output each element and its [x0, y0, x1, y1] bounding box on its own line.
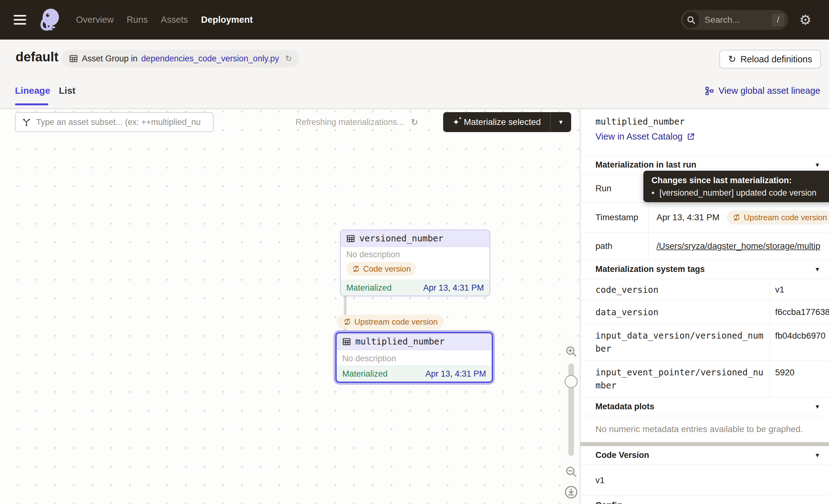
primary-nav: Overview Runs Assets Deployment [76, 15, 253, 25]
asset-node-header: multiplied_number [337, 333, 492, 350]
chevron-down-icon[interactable]: ▼ [814, 403, 820, 410]
code-version-changed-icon [352, 265, 360, 273]
code-version-value: v1 [580, 465, 829, 496]
asset-node-name: multiplied_number [355, 336, 445, 347]
path-link[interactable]: /Users/sryza/dagster_home/storage/multip [656, 241, 820, 251]
row-value: 5920 [775, 361, 794, 397]
panel-splitter[interactable] [580, 442, 829, 446]
materialized-status: Materialized [346, 283, 392, 293]
row-key: path [596, 233, 613, 259]
asset-node-footer: Materialized Apr 13, 4:31 PM [341, 280, 490, 296]
download-view-icon[interactable] [564, 485, 578, 499]
chevron-down-icon[interactable]: ▼ [814, 162, 820, 169]
nav-item-deployment[interactable]: Deployment [201, 15, 253, 25]
chevron-down-icon[interactable]: ▼ [814, 452, 820, 459]
asset-group-label: Asset Group in [82, 54, 138, 64]
row-key: code_version [596, 279, 658, 300]
changes-tooltip: Changes since last materialization: • [v… [643, 171, 829, 202]
asset-detail-sidebar: multiplied_number View in Asset Catalog … [580, 109, 829, 504]
nav-item-runs[interactable]: Runs [127, 15, 148, 25]
row-key: input_event_pointer/versioned_number [596, 366, 764, 392]
row-data-version: data_version f6ccba177638 [580, 300, 829, 324]
upstream-code-version-badge: Upstream code version [727, 210, 829, 225]
sparkle-icon: ✦✦ [453, 118, 459, 126]
row-value: f6ccba177638 [775, 300, 829, 324]
code-version-badge: Code version [346, 262, 417, 276]
materialize-selected-button[interactable]: ✦✦ Materialize selected ▾ [443, 112, 571, 132]
section-materialization-system-tags[interactable]: Materialization system tags ▼ [580, 260, 829, 279]
code-version-changed-icon [732, 213, 741, 221]
refresh-icon[interactable]: ↻ [411, 117, 418, 128]
search-icon [683, 12, 699, 28]
zoom-controls [562, 339, 580, 504]
search-box[interactable]: / [681, 10, 788, 30]
page-title: default [15, 49, 59, 65]
sidebar-asset-name: multiplied_number [596, 116, 685, 127]
tab-lineage[interactable]: Lineage [15, 85, 48, 105]
code-version-changed-icon [343, 318, 351, 326]
section-config[interactable]: Config [580, 496, 829, 504]
asset-group-pill: Asset Group in dependencies_code_version… [61, 50, 299, 67]
dagster-logo-icon[interactable] [37, 7, 62, 32]
refresh-status: Refreshing materializations... ↻ [295, 112, 418, 132]
section-code-version[interactable]: Code Version ▼ [580, 446, 829, 465]
zoom-in-icon[interactable] [565, 345, 577, 358]
row-timestamp: Timestamp Apr 13, 4:31 PM Upstream code … [580, 203, 829, 233]
bullet-icon: • [651, 188, 654, 198]
row-key: data_version [596, 300, 658, 324]
asset-node-multiplied-number[interactable]: multiplied_number No description Materia… [335, 332, 493, 383]
view-global-asset-lineage-link[interactable]: View global asset lineage [705, 86, 820, 96]
timestamp-value: Apr 13, 4:31 PM [656, 212, 719, 222]
reload-group-icon[interactable]: ↻ [285, 54, 292, 64]
view-in-asset-catalog-link[interactable]: View in Asset Catalog [596, 132, 695, 142]
asset-node-description: No description [346, 250, 484, 259]
row-input-event-pointer: input_event_pointer/versioned_number 592… [580, 361, 829, 397]
asset-subset-filter[interactable] [15, 112, 214, 132]
tab-bar: Lineage List View global asset lineage [0, 78, 829, 108]
upstream-code-version-badge: Upstream code version [337, 315, 444, 329]
asset-node-description: No description [342, 354, 486, 363]
zoom-out-icon[interactable] [565, 465, 577, 478]
asset-node-name: versioned_number [359, 233, 443, 244]
menu-icon[interactable] [14, 15, 26, 25]
settings-gear-icon[interactable]: ⚙ [799, 13, 812, 27]
row-value: v1 [775, 279, 785, 300]
asset-group-file-link[interactable]: dependencies_code_version_only.py [141, 54, 279, 64]
tab-list[interactable]: List [59, 85, 75, 105]
table-asset-icon [346, 234, 355, 243]
asset-graph-filter-icon [22, 117, 31, 127]
chevron-down-icon[interactable]: ▼ [814, 266, 820, 273]
asset-node-versioned-number[interactable]: versioned_number No description Code ver… [340, 229, 490, 296]
search-shortcut-key: / [772, 13, 785, 27]
row-code-version: code_version v1 [580, 279, 829, 300]
materialized-time[interactable]: Apr 13, 4:31 PM [423, 283, 484, 293]
reload-icon: ↻ [728, 55, 736, 64]
asset-node-header: versioned_number [341, 230, 490, 247]
row-input-data-version: input_data_version/versioned_number fb04… [580, 324, 829, 361]
section-metadata-plots[interactable]: Metadata plots ▼ [580, 397, 829, 416]
search-input[interactable] [704, 15, 769, 25]
row-path: path /Users/sryza/dagster_home/storage/m… [580, 233, 829, 260]
refreshing-label: Refreshing materializations... [295, 117, 404, 127]
nav-item-overview[interactable]: Overview [76, 15, 114, 25]
reload-definitions-button[interactable]: ↻ Reload definitions [719, 50, 821, 69]
tooltip-title: Changes since last materialization: [651, 176, 829, 185]
materialized-time[interactable]: Apr 13, 4:31 PM [425, 369, 486, 379]
zoom-slider-handle[interactable] [565, 375, 578, 388]
row-key: Run [596, 174, 611, 202]
table-asset-icon [342, 337, 351, 346]
asset-graph-canvas[interactable]: Refreshing materializations... ↻ ✦✦ Mate… [0, 109, 580, 504]
asset-group-icon [69, 54, 78, 63]
lineage-graph-icon [705, 86, 714, 96]
materialize-dropdown-caret[interactable]: ▾ [550, 112, 571, 132]
row-key: Timestamp [596, 203, 638, 232]
nav-item-assets[interactable]: Assets [161, 15, 188, 25]
asset-node-footer: Materialized Apr 13, 4:31 PM [337, 366, 492, 382]
row-key: input_data_version/versioned_number [596, 329, 764, 355]
external-link-icon [686, 132, 695, 141]
row-value: fb04dcb6970 [775, 324, 826, 360]
page-header: default Asset Group in dependencies_code… [0, 40, 829, 109]
asset-subset-input[interactable] [36, 117, 210, 128]
top-nav: Overview Runs Assets Deployment / ⚙ [0, 0, 829, 40]
materialized-status: Materialized [342, 369, 388, 379]
